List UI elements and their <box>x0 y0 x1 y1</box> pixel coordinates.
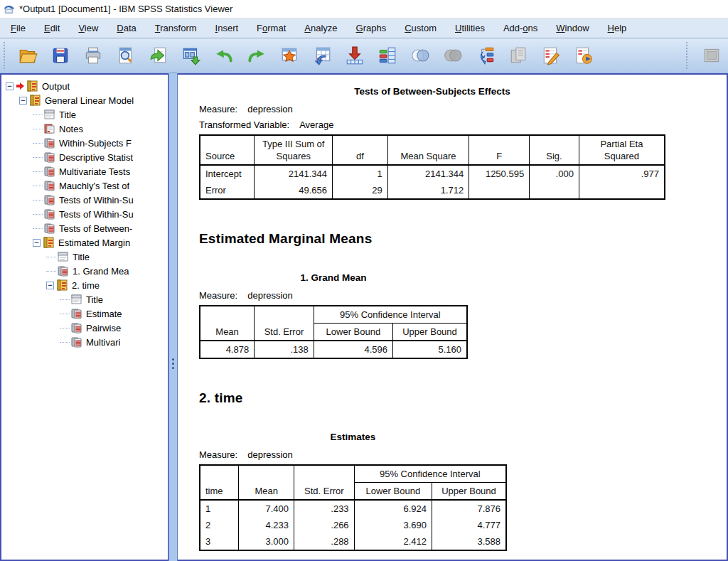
table-header-row: Mean Std. Error 95% Confidence Interval <box>200 306 467 324</box>
tree-item-general-linear-model[interactable]: −General Linear Model <box>4 93 166 107</box>
insert-case-button[interactable] <box>342 41 368 70</box>
redo-button[interactable] <box>244 41 269 70</box>
print-button[interactable] <box>80 41 106 70</box>
tree-item-descriptive-statist[interactable]: Descriptive Statist <box>4 150 166 164</box>
tree-connector <box>46 271 56 272</box>
menu-analyze[interactable]: Analyze <box>295 18 346 38</box>
run-script-button[interactable] <box>571 41 596 70</box>
menu-data[interactable]: Data <box>107 18 145 38</box>
between-subjects-table[interactable]: Source Type III Sum of Squares df Mean S… <box>199 134 665 200</box>
output-item-grand-mean[interactable]: 1. Grand Mean Measure:depression Mean St… <box>199 272 468 359</box>
tree-item-output[interactable]: −Output <box>4 79 166 93</box>
cell <box>469 182 530 199</box>
output-item-estimates[interactable]: Estimates Measure:depression time Mean S… <box>199 432 507 551</box>
tree-collapse-icon[interactable]: − <box>19 97 27 105</box>
cell: .138 <box>255 341 314 358</box>
tree-item-multivari[interactable]: Multivari <box>4 335 166 349</box>
col-header: Lower Bound <box>314 324 392 341</box>
tree-item-mauchly-s-test-of[interactable]: Mauchly's Test of <box>4 178 166 193</box>
tree-item-tests-of-within-su[interactable]: Tests of Within-Su <box>4 193 166 207</box>
table-title: 1. Grand Mean <box>199 272 468 283</box>
save-icon <box>50 46 70 65</box>
tree-connector <box>33 214 43 215</box>
menu-edit[interactable]: Edit <box>35 18 69 38</box>
menu-insert[interactable]: Insert <box>206 18 248 38</box>
print-preview-button[interactable] <box>113 41 139 70</box>
table-icon <box>43 151 55 163</box>
ci-spanner-header: 95% Confidence Interval <box>354 465 506 483</box>
cell: 7.876 <box>432 500 506 517</box>
select-cases-button[interactable] <box>407 41 433 70</box>
col-header: Mean <box>200 306 255 341</box>
tree-item-2-time[interactable]: −2. time <box>4 278 166 292</box>
table-icon <box>43 223 55 234</box>
cell: 4.596 <box>314 341 392 358</box>
tree-item-notes[interactable]: Notes <box>4 122 166 136</box>
section-heading-emm[interactable]: Estimated Marginal Means <box>199 231 727 247</box>
table-icon <box>70 308 82 319</box>
menu-graphs[interactable]: Graphs <box>347 18 396 38</box>
outline-tree: −Output−General Linear ModelTitleNotesWi… <box>0 73 168 561</box>
toolbar-grip[interactable] <box>4 42 9 69</box>
output-item-between-subjects[interactable]: Tests of Between-Subjects Effects Measur… <box>199 86 665 200</box>
tree-item-title[interactable]: Title <box>4 292 166 306</box>
tree-item-estimated-margin[interactable]: −Estimated Margin <box>4 235 166 250</box>
tree-item-multivariate-tests[interactable]: Multivariate Tests <box>4 164 166 178</box>
table-red-arrow-icon <box>345 46 365 65</box>
table-row: 3 3.000 .288 2.412 3.588 <box>200 533 506 550</box>
venn-disabled-icon <box>443 46 463 65</box>
tree-item-title[interactable]: Title <box>4 250 166 264</box>
tree-item-tests-of-within-su[interactable]: Tests of Within-Su <box>4 207 166 221</box>
edit-output-button[interactable] <box>538 41 564 70</box>
weight-cases-button <box>440 41 466 70</box>
grand-mean-table[interactable]: Mean Std. Error 95% Confidence Interval … <box>199 305 468 359</box>
menu-add-ons[interactable]: Add-ons <box>494 18 547 38</box>
title-icon <box>57 251 69 262</box>
table-row: 1 7.400 .233 6.924 7.876 <box>200 500 506 517</box>
menu-view[interactable]: View <box>69 18 107 38</box>
pane-splitter[interactable] <box>168 73 178 561</box>
tree-item-estimate[interactable]: Estimate <box>4 306 166 321</box>
tree-item-1-grand-mea[interactable]: 1. Grand Mea <box>4 264 166 278</box>
tree-collapse-icon[interactable]: − <box>46 282 54 289</box>
content-pane: Tests of Between-Subjects Effects Measur… <box>178 73 728 561</box>
tree-item-pairwise[interactable]: Pairwise <box>4 321 166 335</box>
spss-app-icon <box>3 4 16 15</box>
cell: 4.777 <box>432 517 506 533</box>
estimates-table[interactable]: time Mean Std. Error 95% Confidence Inte… <box>199 464 507 551</box>
measure-value: depression <box>247 104 293 114</box>
menu-file[interactable]: File <box>1 18 35 38</box>
save-button[interactable] <box>48 41 73 70</box>
recall-dialogs-button[interactable] <box>146 41 171 70</box>
menu-help[interactable]: Help <box>599 18 636 38</box>
goto-data-button[interactable] <box>309 41 335 70</box>
tree-item-within-subjects-f[interactable]: Within-Subjects F <box>4 136 166 150</box>
menu-custom[interactable]: Custom <box>395 18 446 38</box>
menu-format[interactable]: Format <box>247 18 295 38</box>
variables-button[interactable] <box>375 41 400 70</box>
menu-window[interactable]: Window <box>547 18 598 38</box>
goto-case-button[interactable] <box>277 41 302 70</box>
open-button[interactable] <box>15 41 41 70</box>
toolbar <box>0 38 728 73</box>
cell: 7.400 <box>239 500 294 517</box>
col-header: Upper Bound <box>432 483 506 501</box>
tree-item-tests-of-between-[interactable]: Tests of Between- <box>4 221 166 235</box>
export-button[interactable] <box>178 41 204 70</box>
undo-button[interactable] <box>211 41 237 70</box>
cell: 1 <box>333 165 388 182</box>
open-folder-icon <box>18 46 38 65</box>
menu-transform[interactable]: Transform <box>146 18 206 38</box>
measure-value: depression <box>247 449 293 460</box>
tree-item-label: Title <box>59 109 76 120</box>
section-heading-time[interactable]: 2. time <box>199 390 727 406</box>
book-icon <box>29 95 41 106</box>
tree-item-label: Multivariate Tests <box>59 166 130 177</box>
tree-collapse-icon[interactable]: − <box>6 82 14 90</box>
splitter-grip[interactable] <box>172 356 175 371</box>
tree-collapse-icon[interactable]: − <box>33 239 41 247</box>
tree-item-title[interactable]: Title <box>4 107 166 122</box>
split-file-button[interactable] <box>473 41 498 70</box>
menu-utilities[interactable]: Utilities <box>446 18 494 38</box>
table-icon <box>43 137 55 149</box>
